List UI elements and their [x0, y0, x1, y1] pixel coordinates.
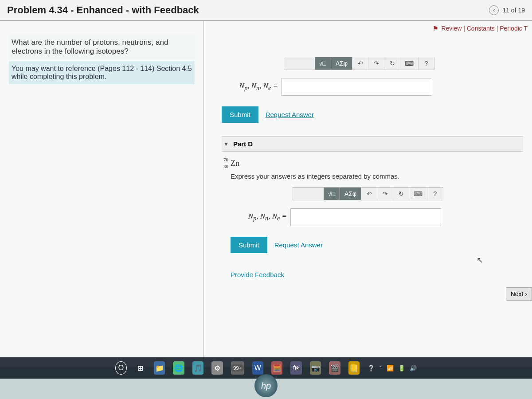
- prev-problem-button[interactable]: ‹: [489, 5, 499, 15]
- part-c-answer-block: √□ ΑΣφ ↶ ↷ ↻ ⌨ ? Np, Nn, Ne = Submit Req…: [222, 57, 523, 123]
- app-icon-4[interactable]: ⚙: [211, 361, 223, 375]
- mass-number: 70: [223, 157, 228, 162]
- question-panel: What are the number of protons, neutrons…: [0, 21, 204, 367]
- tray-volume-icon[interactable]: 🔊: [410, 365, 417, 372]
- templates-button[interactable]: √□: [315, 57, 331, 70]
- reset-button-d[interactable]: ↻: [393, 188, 409, 200]
- redo-button-d[interactable]: ↷: [377, 188, 393, 200]
- problem-title: Problem 4.34 - Enhanced - with Feedback: [7, 4, 199, 16]
- part-d-header[interactable]: ▼ Part D: [222, 136, 523, 152]
- provide-feedback-link[interactable]: Provide Feedback: [231, 271, 521, 278]
- tray-battery-icon[interactable]: 🔋: [398, 365, 405, 372]
- answer-toolbar-d: √□ ΑΣφ ↶ ↷ ↻ ⌨ ?: [293, 187, 443, 200]
- templates-button-d[interactable]: √□: [324, 188, 340, 200]
- vars-label-c: Np, Nn, Ne =: [222, 82, 282, 92]
- cursor-icon: ↖: [477, 255, 483, 265]
- button-row-d: Submit Request Answer: [231, 237, 521, 253]
- answer-input-c[interactable]: [282, 78, 432, 96]
- app-icon-8[interactable]: 🎬: [329, 361, 340, 375]
- word-icon[interactable]: W: [252, 361, 263, 375]
- content-area: What are the number of protons, neutrons…: [0, 21, 532, 367]
- answer-row-d: Np, Nn, Ne =: [231, 208, 521, 226]
- tray-help-icon[interactable]: ❔: [368, 365, 375, 372]
- page-header: Problem 4.34 - Enhanced - with Feedback …: [0, 0, 532, 21]
- element-symbol: Zn: [231, 159, 239, 168]
- request-answer-link-c[interactable]: Request Answer: [266, 111, 314, 118]
- question-prompt: What are the number of protons, neutrons…: [9, 35, 195, 59]
- undo-button[interactable]: ↶: [352, 57, 368, 70]
- tray-wifi-icon[interactable]: 📶: [387, 365, 394, 372]
- reset-button[interactable]: ↻: [384, 57, 400, 70]
- submit-button-c[interactable]: Submit: [222, 106, 258, 123]
- app-icon-6[interactable]: 🛍: [290, 361, 301, 375]
- isotope-notation: 70 30 Zn: [231, 159, 239, 168]
- search-icon[interactable]: O: [115, 361, 127, 375]
- help-button-d[interactable]: ?: [427, 188, 443, 200]
- part-d-label: Part D: [233, 140, 253, 148]
- periodic-table-link[interactable]: Periodic T: [500, 25, 528, 32]
- app-icon-1[interactable]: 📁: [154, 361, 165, 375]
- collapse-caret-icon: ▼: [223, 141, 229, 147]
- part-d-instruction: Express your answers as integers separat…: [231, 172, 521, 180]
- next-button[interactable]: Next ›: [506, 287, 532, 301]
- submit-button-d[interactable]: Submit: [231, 237, 267, 253]
- system-tray: ❔ ˄ 📶 🔋 🔊: [368, 365, 417, 372]
- request-answer-link-d[interactable]: Request Answer: [274, 241, 323, 249]
- vars-label-d: Np, Nn, Ne =: [231, 212, 290, 222]
- answer-row-c: Np, Nn, Ne =: [222, 78, 523, 96]
- problem-counter: 11 of 19: [502, 7, 525, 14]
- part-d-answer-block: √□ ΑΣφ ↶ ↷ ↻ ⌨ ? Np, Nn, Ne = Submit Req…: [231, 187, 521, 253]
- hp-logo: hp: [254, 374, 278, 397]
- answer-input-d[interactable]: [290, 208, 441, 226]
- keyboard-button[interactable]: ⌨: [400, 57, 418, 70]
- button-row-c: Submit Request Answer: [222, 106, 523, 123]
- app-icon-5[interactable]: 🧮: [271, 361, 282, 375]
- atomic-number: 30: [223, 164, 228, 169]
- answer-toolbar-c: √□ ΑΣφ ↶ ↷ ↻ ⌨ ?: [284, 57, 434, 70]
- review-link[interactable]: Review: [441, 25, 462, 32]
- constants-link[interactable]: Constants: [467, 25, 495, 32]
- greek-button-d[interactable]: ΑΣφ: [340, 188, 361, 200]
- problem-nav: ‹ 11 of 19: [489, 5, 525, 15]
- flag-icon: ⚑: [433, 25, 438, 32]
- greek-button[interactable]: ΑΣφ: [331, 57, 352, 70]
- app-icon-mail[interactable]: 99+: [231, 361, 244, 375]
- resource-links: ⚑ Review | Constants | Periodic T: [433, 25, 528, 32]
- undo-button-d[interactable]: ↶: [361, 188, 377, 200]
- keyboard-button-d[interactable]: ⌨: [409, 188, 427, 200]
- app-icon-2[interactable]: 🌐: [173, 361, 184, 375]
- redo-button[interactable]: ↷: [368, 57, 384, 70]
- help-button[interactable]: ?: [418, 57, 434, 70]
- app-icon-3[interactable]: 🎵: [192, 361, 203, 375]
- task-view-icon[interactable]: ⊞: [135, 361, 146, 375]
- answer-panel: ⚑ Review | Constants | Periodic T √□ ΑΣφ…: [204, 21, 532, 367]
- tray-chevron-icon[interactable]: ˄: [379, 365, 382, 372]
- app-icon-7[interactable]: 📷: [310, 361, 321, 375]
- reference-hint: You may want to reference (Pages 112 - 1…: [9, 61, 195, 84]
- app-icon-9[interactable]: 📒: [348, 361, 360, 375]
- mail-badge: 99+: [231, 364, 244, 372]
